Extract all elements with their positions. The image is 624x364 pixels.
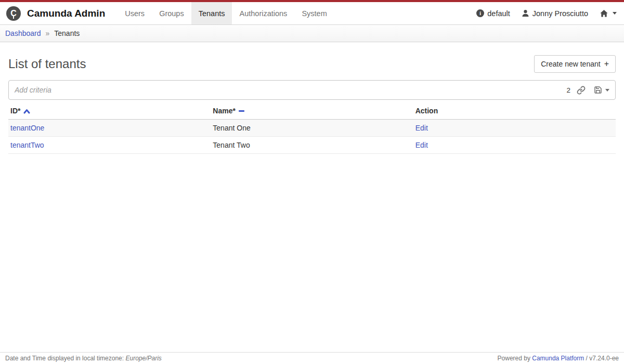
edit-tenant-link[interactable]: Edit (415, 124, 428, 132)
chevron-down-icon (605, 89, 609, 92)
tenant-name: Tenant One (213, 124, 250, 132)
timezone-info: Date and Time displayed in local timezon… (5, 355, 162, 362)
page-header: List of tenants Create new tenant + (8, 55, 616, 73)
nav-item-system[interactable]: System (294, 2, 334, 24)
tenant-id-link[interactable]: tenantTwo (10, 141, 44, 149)
camunda-platform-link[interactable]: Camunda Platform (532, 355, 584, 362)
footer: Date and Time displayed in local timezon… (0, 352, 624, 364)
save-icon (594, 86, 602, 94)
app-title: Camunda Admin (27, 2, 105, 24)
sort-none-icon (239, 110, 244, 112)
chevron-down-icon (613, 12, 617, 15)
tenants-table: ID* Name* Action tenantOne Tenant One Ed… (8, 103, 616, 154)
user-menu[interactable]: Jonny Prosciutto (522, 9, 588, 18)
page-title: List of tenants (8, 57, 86, 71)
content-area: List of tenants Create new tenant + 2 (0, 55, 624, 154)
column-header-action: Action (413, 103, 616, 120)
engine-name: default (487, 9, 510, 18)
edit-tenant-link[interactable]: Edit (415, 141, 428, 149)
breadcrumb-current-page: Tenants (54, 29, 80, 37)
create-new-tenant-button[interactable]: Create new tenant + (534, 55, 616, 73)
nav-item-users[interactable]: Users (118, 2, 152, 24)
search-input[interactable] (15, 86, 566, 94)
link-icon (577, 86, 586, 95)
breadcrumb-dashboard-link[interactable]: Dashboard (5, 29, 41, 37)
copy-link-button[interactable] (577, 86, 586, 95)
main-nav: Users Groups Tenants Authorizations Syst… (118, 2, 334, 24)
top-navbar: C Camunda Admin Users Groups Tenants Aut… (0, 2, 624, 25)
camunda-logo-icon: C (6, 6, 21, 21)
column-header-id[interactable]: ID* (8, 103, 211, 120)
create-button-label: Create new tenant (541, 60, 600, 68)
engine-selector[interactable]: i default (476, 9, 510, 18)
search-criteria-bar: 2 (8, 80, 616, 100)
nav-item-authorizations[interactable]: Authorizations (232, 2, 294, 24)
apps-home-menu[interactable] (600, 9, 617, 18)
tenant-id-link[interactable]: tenantOne (10, 124, 44, 132)
save-search-dropdown[interactable] (594, 86, 609, 94)
user-name: Jonny Prosciutto (532, 9, 588, 18)
plus-icon: + (604, 61, 609, 67)
table-header-row: ID* Name* Action (8, 103, 616, 120)
info-icon: i (476, 9, 484, 17)
navbar-left: C Camunda Admin Users Groups Tenants Aut… (6, 2, 334, 24)
breadcrumb: Dashboard » Tenants (0, 25, 624, 42)
timezone-value: Europe/Paris (125, 355, 161, 362)
tenant-name: Tenant Two (213, 141, 250, 149)
version-label: / v7.24.0-ee (584, 355, 619, 362)
home-icon (600, 9, 608, 18)
nav-item-tenants[interactable]: Tenants (191, 2, 232, 24)
powered-by-label: Powered by (498, 355, 532, 362)
nav-item-groups[interactable]: Groups (152, 2, 191, 24)
result-count: 2 (566, 86, 570, 94)
table-row: tenantOne Tenant One Edit (8, 120, 616, 137)
breadcrumb-separator: » (46, 29, 50, 37)
version-info: Powered by Camunda Platform / v7.24.0-ee (498, 355, 619, 362)
user-icon (522, 9, 529, 17)
column-header-name[interactable]: Name* (211, 103, 413, 120)
table-row: tenantTwo Tenant Two Edit (8, 137, 616, 154)
navbar-right: i default Jonny Prosciutto (476, 2, 617, 24)
timezone-label: Date and Time displayed in local timezon… (5, 355, 125, 362)
sort-ascending-icon (23, 109, 30, 114)
